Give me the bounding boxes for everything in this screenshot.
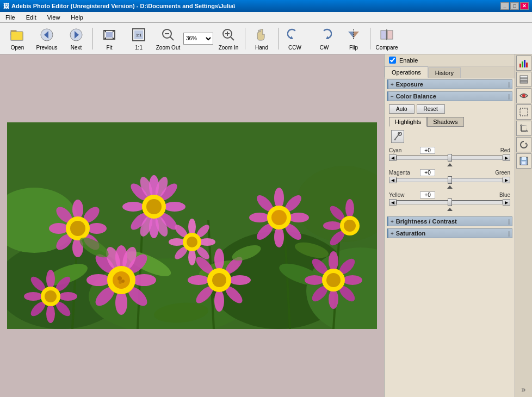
ccw-button[interactable]: CCW xyxy=(281,24,309,53)
menu-view[interactable]: View xyxy=(44,13,64,22)
yellow-label: Yellow xyxy=(389,192,419,198)
maximize-button[interactable]: □ xyxy=(510,2,519,10)
yellow-blue-left-arrow[interactable]: ◀ xyxy=(389,199,397,206)
open-button[interactable]: Open xyxy=(3,24,32,53)
ccw-icon xyxy=(286,26,304,44)
menu-file[interactable]: File xyxy=(2,13,18,22)
svg-point-138 xyxy=(323,221,342,230)
tab-history[interactable]: History xyxy=(428,67,461,78)
svg-text:1:1: 1:1 xyxy=(136,33,141,37)
eyedropper-button[interactable] xyxy=(391,130,404,143)
1to1-button[interactable]: 1:1 1:1 xyxy=(125,24,153,53)
svg-point-83 xyxy=(46,305,55,323)
hand-button[interactable]: Hand xyxy=(248,24,276,53)
svg-line-18 xyxy=(170,37,174,40)
auto-reset-row: Auto Reset xyxy=(387,104,512,114)
reset-button[interactable]: Reset xyxy=(417,104,445,114)
color-balance-pin-icon: | xyxy=(508,94,510,100)
right-panel: Enable Operations History + Exposure | −… xyxy=(384,54,515,397)
title-text: Adebis Photo Editor (Unregistered Versio… xyxy=(11,3,235,9)
svg-rect-151 xyxy=(519,64,521,67)
exposure-section-header[interactable]: + Exposure | xyxy=(387,79,512,89)
magenta-green-label-row: Magenta Green xyxy=(387,169,512,177)
separator-1 xyxy=(92,28,93,49)
tab-operations[interactable]: Operations xyxy=(385,66,428,78)
previous-button[interactable]: Previous xyxy=(33,24,61,53)
magenta-green-value[interactable] xyxy=(420,169,435,176)
open-icon xyxy=(9,26,26,44)
layers-button[interactable] xyxy=(516,72,531,87)
svg-point-75 xyxy=(288,213,309,222)
saturation-title: Saturation xyxy=(396,230,425,237)
flip-button[interactable]: Flip xyxy=(339,24,368,53)
zoom-out-label: Zoom Out xyxy=(156,45,180,51)
cyan-red-left-arrow[interactable]: ◀ xyxy=(389,154,397,161)
magenta-green-left-arrow[interactable]: ◀ xyxy=(389,177,397,183)
cw-icon xyxy=(316,26,333,44)
compare-label: Compare xyxy=(375,45,398,51)
color-balance-section-header[interactable]: − Color Balance | xyxy=(387,91,512,101)
next-icon xyxy=(67,26,85,44)
zoom-out-button[interactable]: Zoom Out xyxy=(154,24,182,53)
auto-button[interactable]: Auto xyxy=(389,104,415,114)
next-label: Next xyxy=(71,45,82,51)
ccw-label: CCW xyxy=(288,45,301,51)
saturation-pin-icon: | xyxy=(508,231,510,237)
zoom-out-icon xyxy=(159,26,177,44)
close-button[interactable]: ✕ xyxy=(520,2,529,10)
panel-tabs: Operations History xyxy=(385,66,515,78)
compare-icon xyxy=(378,26,395,44)
yellow-blue-value[interactable] xyxy=(420,191,435,199)
eyedropper-row xyxy=(387,129,512,144)
sub-tab-shadows[interactable]: Shadows xyxy=(427,117,463,127)
red-label: Red xyxy=(488,147,510,153)
svg-point-95 xyxy=(229,275,251,285)
svg-rect-152 xyxy=(522,61,523,67)
eye-button[interactable] xyxy=(516,88,531,103)
svg-point-116 xyxy=(119,281,122,284)
sub-tab-highlights[interactable]: Highlights xyxy=(389,117,427,127)
photo-container xyxy=(7,122,377,329)
svg-marker-164 xyxy=(525,142,528,145)
svg-point-129 xyxy=(169,238,185,246)
svg-point-103 xyxy=(115,291,127,315)
cyan-red-value[interactable] xyxy=(420,147,435,154)
magenta-green-right-arrow[interactable]: ▶ xyxy=(503,177,510,183)
selection-button[interactable] xyxy=(516,104,531,120)
zoom-select[interactable]: 25% 36% 50% 75% 100% 150% 200% xyxy=(183,33,213,45)
rotate-tool-button[interactable] xyxy=(516,137,531,152)
saturation-section-header[interactable]: + Saturation | xyxy=(387,228,512,238)
main-area: Enable Operations History + Exposure | −… xyxy=(0,54,532,397)
brightness-expand-icon: + xyxy=(391,219,394,225)
svg-rect-8 xyxy=(106,32,113,38)
fit-button[interactable]: Fit xyxy=(95,24,123,53)
svg-rect-153 xyxy=(524,60,525,67)
svg-rect-159 xyxy=(520,108,528,116)
enable-checkbox[interactable] xyxy=(389,57,396,64)
zoom-in-button[interactable]: Zoom In xyxy=(214,24,243,53)
magenta-green-group: Magenta Green ◀ ▶ xyxy=(387,169,512,189)
minimize-button[interactable]: _ xyxy=(500,2,509,10)
compare-button[interactable]: Compare xyxy=(373,24,401,53)
svg-rect-29 xyxy=(387,30,393,39)
cyan-red-slider-row: ◀ ▶ xyxy=(387,154,512,161)
yellow-blue-right-arrow[interactable]: ▶ xyxy=(503,199,510,206)
expand-panel-button[interactable]: » xyxy=(519,383,528,396)
svg-rect-2 xyxy=(11,32,23,40)
yellow-blue-label-row: Yellow Blue xyxy=(387,191,512,199)
histogram-button[interactable] xyxy=(516,55,531,71)
menu-edit[interactable]: Edit xyxy=(23,13,40,22)
cyan-red-right-arrow[interactable]: ▶ xyxy=(503,154,510,161)
cw-label: CW xyxy=(320,45,329,51)
fit-icon xyxy=(101,26,118,44)
brightness-contrast-section-header[interactable]: + Brightness / Contrast | xyxy=(387,216,512,226)
svg-point-104 xyxy=(86,274,110,286)
photo-image xyxy=(7,122,377,329)
enable-label: Enable xyxy=(399,57,418,64)
cw-button[interactable]: CW xyxy=(310,24,338,53)
next-button[interactable]: Next xyxy=(62,24,90,53)
crop-button[interactable] xyxy=(516,121,531,136)
save-tool-button[interactable] xyxy=(516,153,531,169)
menu-help[interactable]: Help xyxy=(67,13,86,22)
brightness-pin-icon: | xyxy=(508,219,510,225)
